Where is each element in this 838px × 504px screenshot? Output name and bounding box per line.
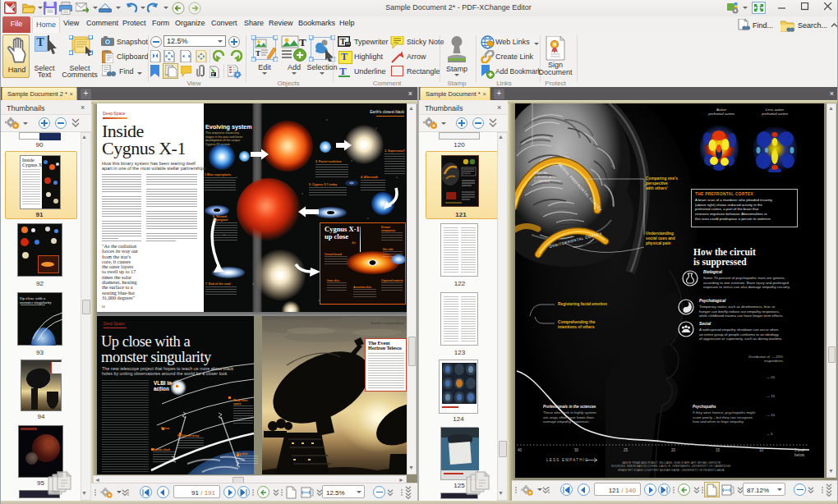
svg-text:30: 30 bbox=[574, 448, 579, 452]
svg-text:40: 40 bbox=[518, 448, 523, 452]
svg-text:below: below bbox=[794, 453, 805, 457]
svg-text:20: 20 bbox=[671, 448, 676, 452]
svg-text:T: T bbox=[212, 72, 214, 77]
svg-text:25: 25 bbox=[624, 448, 628, 452]
svg-text:5 and: 5 and bbox=[794, 448, 804, 452]
svg-text:15: 15 bbox=[716, 448, 721, 452]
svg-text:CORTEX: CORTEX bbox=[534, 179, 550, 183]
svg-text:T: T bbox=[299, 36, 306, 48]
svg-text:T: T bbox=[340, 37, 346, 46]
svg-text:T: T bbox=[256, 49, 260, 57]
svg-text:10: 10 bbox=[759, 448, 764, 452]
